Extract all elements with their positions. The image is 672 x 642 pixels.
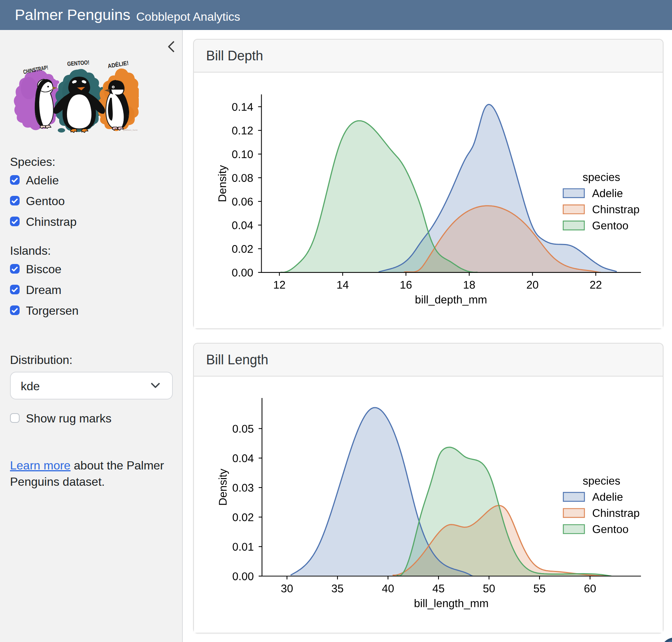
svg-text:@allison_horst: @allison_horst	[123, 129, 138, 131]
svg-text:GENTOO!: GENTOO!	[67, 59, 90, 67]
svg-text:ADÉLIE!: ADÉLIE!	[107, 59, 129, 69]
